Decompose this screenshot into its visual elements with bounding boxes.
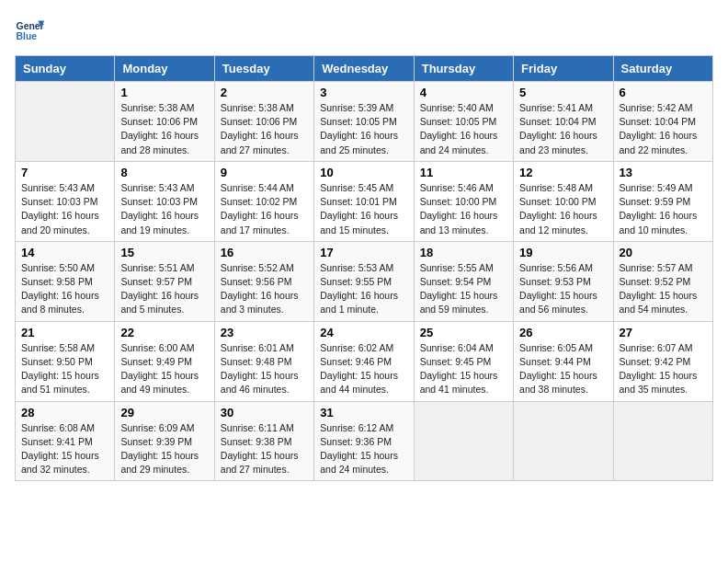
day-info: Sunrise: 5:44 AM Sunset: 10:02 PM Daylig… [221,181,308,237]
day-number: 18 [420,246,507,259]
day-number: 3 [320,86,407,99]
calendar-cell: 22Sunrise: 6:00 AM Sunset: 9:49 PM Dayli… [115,321,214,401]
day-info: Sunrise: 5:49 AM Sunset: 9:59 PM Dayligh… [620,181,707,237]
day-info: Sunrise: 6:01 AM Sunset: 9:48 PM Dayligh… [221,341,308,397]
day-info: Sunrise: 5:50 AM Sunset: 9:58 PM Dayligh… [21,261,108,317]
day-info: Sunrise: 6:04 AM Sunset: 9:45 PM Dayligh… [420,341,507,397]
calendar-cell: 25Sunrise: 6:04 AM Sunset: 9:45 PM Dayli… [414,321,513,401]
day-info: Sunrise: 6:05 AM Sunset: 9:44 PM Dayligh… [519,341,607,397]
day-info: Sunrise: 6:08 AM Sunset: 9:41 PM Dayligh… [21,421,108,477]
day-info: Sunrise: 5:52 AM Sunset: 9:56 PM Dayligh… [221,261,308,317]
calendar-cell: 5Sunrise: 5:41 AM Sunset: 10:04 PM Dayli… [514,82,613,162]
day-number: 1 [120,86,208,99]
calendar-cell: 9Sunrise: 5:44 AM Sunset: 10:02 PM Dayli… [214,161,313,241]
calendar-week-row: 14Sunrise: 5:50 AM Sunset: 9:58 PM Dayli… [16,241,713,321]
day-number: 28 [21,406,108,419]
calendar-cell: 18Sunrise: 5:55 AM Sunset: 9:54 PM Dayli… [414,241,513,321]
weekday-header: Wednesday [314,56,414,82]
day-number: 12 [519,166,607,179]
day-number: 8 [120,166,208,179]
day-number: 26 [519,326,607,339]
svg-text:Blue: Blue [17,31,38,41]
calendar-cell: 30Sunrise: 6:11 AM Sunset: 9:38 PM Dayli… [214,401,313,481]
weekday-header: Friday [514,56,613,82]
calendar-cell: 15Sunrise: 5:51 AM Sunset: 9:57 PM Dayli… [115,241,214,321]
calendar-cell: 21Sunrise: 5:58 AM Sunset: 9:50 PM Dayli… [16,321,115,401]
calendar-cell: 27Sunrise: 6:07 AM Sunset: 9:42 PM Dayli… [613,321,712,401]
calendar-cell: 12Sunrise: 5:48 AM Sunset: 10:00 PM Dayl… [514,161,613,241]
calendar-cell: 31Sunrise: 6:12 AM Sunset: 9:36 PM Dayli… [314,401,414,481]
day-number: 13 [620,166,707,179]
day-info: Sunrise: 5:56 AM Sunset: 9:53 PM Dayligh… [519,261,607,317]
calendar-cell: 16Sunrise: 5:52 AM Sunset: 9:56 PM Dayli… [214,241,313,321]
calendar-cell: 3Sunrise: 5:39 AM Sunset: 10:05 PM Dayli… [314,82,414,162]
day-info: Sunrise: 6:02 AM Sunset: 9:46 PM Dayligh… [320,341,407,397]
calendar-week-row: 1Sunrise: 5:38 AM Sunset: 10:06 PM Dayli… [16,82,713,162]
day-info: Sunrise: 5:40 AM Sunset: 10:05 PM Daylig… [420,101,507,157]
day-info: Sunrise: 5:55 AM Sunset: 9:54 PM Dayligh… [420,261,507,317]
day-info: Sunrise: 5:46 AM Sunset: 10:00 PM Daylig… [420,181,507,237]
day-info: Sunrise: 5:58 AM Sunset: 9:50 PM Dayligh… [21,341,108,397]
weekday-row: SundayMondayTuesdayWednesdayThursdayFrid… [16,56,713,82]
weekday-header: Tuesday [214,56,313,82]
day-number: 10 [320,166,407,179]
day-info: Sunrise: 5:38 AM Sunset: 10:06 PM Daylig… [221,101,308,157]
calendar-week-row: 7Sunrise: 5:43 AM Sunset: 10:03 PM Dayli… [16,161,713,241]
calendar-cell: 19Sunrise: 5:56 AM Sunset: 9:53 PM Dayli… [514,241,613,321]
calendar-cell [414,401,513,481]
calendar-table: SundayMondayTuesdayWednesdayThursdayFrid… [15,55,713,481]
calendar-cell: 8Sunrise: 5:43 AM Sunset: 10:03 PM Dayli… [115,161,214,241]
day-info: Sunrise: 5:53 AM Sunset: 9:55 PM Dayligh… [320,261,407,317]
day-info: Sunrise: 5:48 AM Sunset: 10:00 PM Daylig… [519,181,607,237]
day-number: 27 [620,326,707,339]
weekday-header: Sunday [16,56,115,82]
calendar-header: SundayMondayTuesdayWednesdayThursdayFrid… [16,56,713,82]
calendar-cell: 20Sunrise: 5:57 AM Sunset: 9:52 PM Dayli… [613,241,712,321]
weekday-header: Monday [115,56,214,82]
calendar-cell [613,401,712,481]
day-info: Sunrise: 5:41 AM Sunset: 10:04 PM Daylig… [519,101,607,157]
day-number: 19 [519,246,607,259]
day-number: 11 [420,166,507,179]
day-number: 30 [221,406,308,419]
header: General Blue [15,15,713,44]
calendar-cell: 28Sunrise: 6:08 AM Sunset: 9:41 PM Dayli… [16,401,115,481]
day-info: Sunrise: 5:43 AM Sunset: 10:03 PM Daylig… [120,181,208,237]
calendar-cell: 24Sunrise: 6:02 AM Sunset: 9:46 PM Dayli… [314,321,414,401]
day-number: 7 [21,166,108,179]
day-info: Sunrise: 5:51 AM Sunset: 9:57 PM Dayligh… [120,261,208,317]
day-info: Sunrise: 5:39 AM Sunset: 10:05 PM Daylig… [320,101,407,157]
day-number: 17 [320,246,407,259]
day-number: 31 [320,406,407,419]
day-number: 20 [620,246,707,259]
day-info: Sunrise: 5:45 AM Sunset: 10:01 PM Daylig… [320,181,407,237]
day-number: 23 [221,326,308,339]
calendar-cell [16,82,115,162]
calendar-cell: 10Sunrise: 5:45 AM Sunset: 10:01 PM Dayl… [314,161,414,241]
weekday-header: Saturday [613,56,712,82]
day-info: Sunrise: 5:38 AM Sunset: 10:06 PM Daylig… [120,101,208,157]
calendar-cell: 4Sunrise: 5:40 AM Sunset: 10:05 PM Dayli… [414,82,513,162]
day-number: 22 [120,326,208,339]
day-number: 5 [519,86,607,99]
day-info: Sunrise: 5:43 AM Sunset: 10:03 PM Daylig… [21,181,108,237]
day-info: Sunrise: 5:57 AM Sunset: 9:52 PM Dayligh… [620,261,707,317]
calendar-cell: 11Sunrise: 5:46 AM Sunset: 10:00 PM Dayl… [414,161,513,241]
day-info: Sunrise: 6:00 AM Sunset: 9:49 PM Dayligh… [120,341,208,397]
day-info: Sunrise: 5:42 AM Sunset: 10:04 PM Daylig… [620,101,707,157]
day-number: 16 [221,246,308,259]
day-info: Sunrise: 6:09 AM Sunset: 9:39 PM Dayligh… [120,421,208,477]
day-number: 4 [420,86,507,99]
day-number: 29 [120,406,208,419]
calendar-cell: 2Sunrise: 5:38 AM Sunset: 10:06 PM Dayli… [214,82,313,162]
weekday-header: Thursday [414,56,513,82]
calendar-body: 1Sunrise: 5:38 AM Sunset: 10:06 PM Dayli… [16,82,713,481]
calendar-cell: 6Sunrise: 5:42 AM Sunset: 10:04 PM Dayli… [613,82,712,162]
calendar-cell: 13Sunrise: 5:49 AM Sunset: 9:59 PM Dayli… [613,161,712,241]
day-number: 9 [221,166,308,179]
calendar-cell [514,401,613,481]
calendar-cell: 14Sunrise: 5:50 AM Sunset: 9:58 PM Dayli… [16,241,115,321]
day-number: 24 [320,326,407,339]
day-number: 2 [221,86,308,99]
day-number: 14 [21,246,108,259]
